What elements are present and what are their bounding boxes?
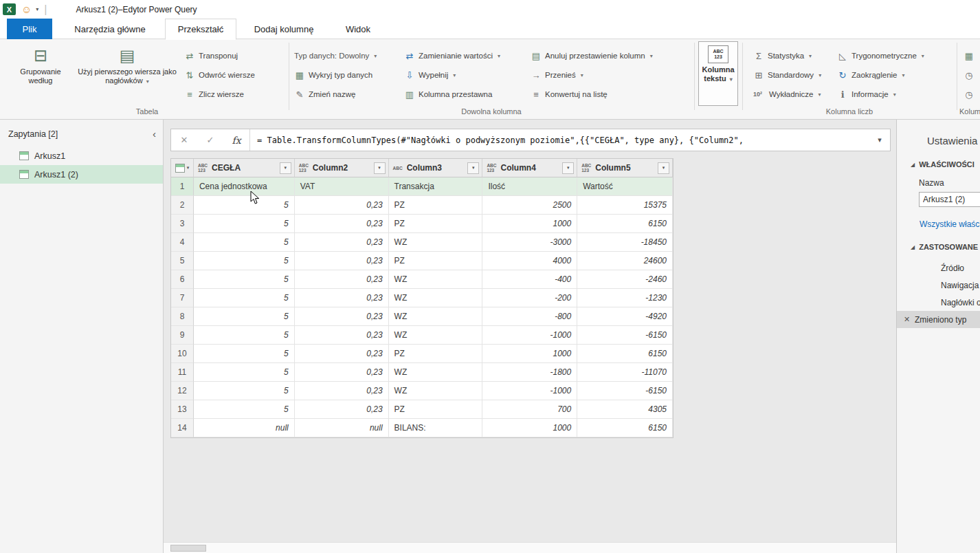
cell-column3[interactable]: WZ	[389, 289, 483, 307]
cell-column5[interactable]: Wartość	[577, 177, 673, 196]
cell-column4[interactable]: -400	[482, 270, 577, 289]
row-number[interactable]: 10	[171, 345, 194, 363]
row-number[interactable]: 8	[171, 307, 194, 326]
cell-column3[interactable]: WZ	[389, 233, 483, 252]
cell-cegla[interactable]: 5	[194, 289, 295, 307]
formula-input[interactable]: = Table.TransformColumnTypes(#"Nagłówki …	[250, 135, 869, 145]
cell-column5[interactable]: 4305	[577, 400, 673, 419]
convert-to-list-button[interactable]: ≡ Konwertuj na listę	[531, 86, 608, 102]
count-rows-button[interactable]: ≡ Zlicz wiersze	[184, 86, 244, 102]
cell-column5[interactable]: 6150	[577, 345, 673, 363]
tab-view[interactable]: Widok	[334, 19, 382, 39]
cell-cegla[interactable]: 5	[194, 252, 295, 270]
column-type-icon[interactable]: ABC123	[487, 163, 496, 173]
cell-cegla[interactable]: 5	[194, 363, 295, 382]
trigonometry-button[interactable]: ◺ Trygonometryczne ▾	[837, 47, 924, 64]
cell-column4[interactable]: -1800	[482, 363, 577, 382]
cell-column5[interactable]: 15375	[577, 196, 673, 215]
cell-cegla[interactable]: 5	[194, 345, 295, 363]
cell-cegla[interactable]: 5	[194, 400, 295, 419]
applied-step-item[interactable]: ✕ Zmieniono typ	[897, 311, 980, 328]
cell-column3[interactable]: WZ	[389, 307, 483, 326]
cell-column2[interactable]: 0,23	[295, 233, 389, 252]
cell-column4[interactable]: 700	[482, 400, 577, 419]
replace-values-button[interactable]: ⇄ Zamienianie wartości ▾	[404, 47, 500, 64]
cell-column2[interactable]: VAT	[295, 177, 389, 196]
statistics-button[interactable]: Σ Statystyka ▾	[753, 47, 812, 64]
cell-column2[interactable]: null	[295, 419, 389, 437]
cancel-formula-icon[interactable]: ✕	[171, 135, 197, 145]
applied-step-item[interactable]: ✕ Źródło	[897, 259, 980, 276]
cell-column5[interactable]: -6150	[577, 326, 673, 345]
column-type-icon[interactable]: ABC123	[581, 163, 591, 173]
commit-formula-icon[interactable]: ✓	[197, 135, 223, 145]
row-number[interactable]: 4	[171, 233, 194, 252]
applied-step-item[interactable]: ✕ Nagłówki o podwyższonym poziomie	[897, 294, 980, 311]
row-number[interactable]: 13	[171, 400, 194, 419]
cell-cegla[interactable]: 5	[194, 270, 295, 289]
row-number[interactable]: 14	[171, 419, 194, 437]
pivot-column-button[interactable]: ▥ Kolumna przestawna	[404, 86, 492, 102]
cell-column5[interactable]: -6150	[577, 382, 673, 400]
row-number[interactable]: 6	[171, 270, 194, 289]
cell-column4[interactable]: 1000	[482, 345, 577, 363]
row-number[interactable]: 2	[171, 196, 194, 215]
cell-column3[interactable]: WZ	[389, 326, 483, 345]
duration-column-button[interactable]: ◷	[964, 86, 975, 102]
reverse-rows-button[interactable]: ⇅ Odwróć wiersze	[184, 67, 255, 83]
row-number[interactable]: 9	[171, 326, 194, 345]
cell-column2[interactable]: 0,23	[295, 326, 389, 345]
cell-column5[interactable]: -4920	[577, 307, 673, 326]
cell-cegla[interactable]: null	[194, 419, 295, 437]
cell-column2[interactable]: 0,23	[295, 252, 389, 270]
cell-column4[interactable]: 2500	[482, 196, 577, 215]
applied-steps-section-header[interactable]: ◢ ZASTOSOWANE KROKI	[911, 243, 980, 251]
row-number[interactable]: 12	[171, 382, 194, 400]
cell-column5[interactable]: -2460	[577, 270, 673, 289]
fill-button[interactable]: ⇩ Wypełnij ▾	[404, 67, 456, 83]
cell-cegla[interactable]: 5	[194, 215, 295, 233]
column-header[interactable]: ABC Column3 ▾	[389, 159, 483, 177]
scrollbar-thumb[interactable]	[170, 545, 206, 552]
cell-column4[interactable]: 1000	[482, 215, 577, 233]
query-list-item[interactable]: Arkusz1 (2)	[0, 165, 163, 184]
cell-column3[interactable]: PZ	[389, 215, 483, 233]
cell-column2[interactable]: 0,23	[295, 363, 389, 382]
row-number[interactable]: 1	[171, 177, 194, 196]
properties-section-header[interactable]: ◢ WŁAŚCIWOŚCI	[911, 160, 980, 169]
scientific-button[interactable]: 10² Wykładnicze ▾	[753, 86, 821, 102]
cell-cegla[interactable]: 5	[194, 196, 295, 215]
cell-column5[interactable]: -1230	[577, 289, 673, 307]
column-header[interactable]: ABC123 CEGŁA ▾	[194, 159, 295, 177]
column-header[interactable]: ABC123 Column5 ▾	[577, 159, 673, 177]
cell-column4[interactable]: 1000	[482, 419, 577, 437]
date-column-button[interactable]: ▦	[964, 47, 975, 64]
cell-column4[interactable]: Ilość	[482, 177, 577, 196]
column-type-icon[interactable]: ABC	[393, 166, 403, 171]
cell-column3[interactable]: Transakcja	[389, 177, 483, 196]
cell-cegla[interactable]: 5	[194, 307, 295, 326]
cell-column2[interactable]: 0,23	[295, 400, 389, 419]
cell-column3[interactable]: WZ	[389, 363, 483, 382]
information-button[interactable]: ℹ Informacje ▾	[837, 86, 896, 102]
cell-column5[interactable]: -18450	[577, 233, 673, 252]
filter-dropdown-button[interactable]: ▾	[562, 162, 574, 174]
cell-column2[interactable]: 0,23	[295, 289, 389, 307]
column-header[interactable]: ABC123 Column2 ▾	[295, 159, 389, 177]
query-list-item[interactable]: Arkusz1	[0, 147, 163, 165]
cell-column4[interactable]: 4000	[482, 252, 577, 270]
cell-column4[interactable]: -1000	[482, 382, 577, 400]
row-number[interactable]: 5	[171, 252, 194, 270]
qat-customize-caret-icon[interactable]: ▾	[36, 6, 38, 12]
cell-column3[interactable]: PZ	[389, 252, 483, 270]
row-number[interactable]: 11	[171, 363, 194, 382]
cell-column4[interactable]: -200	[482, 289, 577, 307]
tab-transform-active[interactable]: Przekształć	[165, 19, 236, 40]
cell-cegla[interactable]: 5	[194, 326, 295, 345]
cell-cegla[interactable]: 5	[194, 233, 295, 252]
expand-formula-bar-icon[interactable]: ▾	[869, 135, 890, 144]
unpivot-columns-button[interactable]: ▤ Anuluj przestawienie kolumn ▾	[531, 47, 653, 64]
tab-add-column[interactable]: Dodaj kolumnę	[242, 19, 326, 39]
rename-button[interactable]: ✎ Zmień nazwę	[294, 86, 355, 102]
column-type-icon[interactable]: ABC123	[198, 163, 208, 173]
